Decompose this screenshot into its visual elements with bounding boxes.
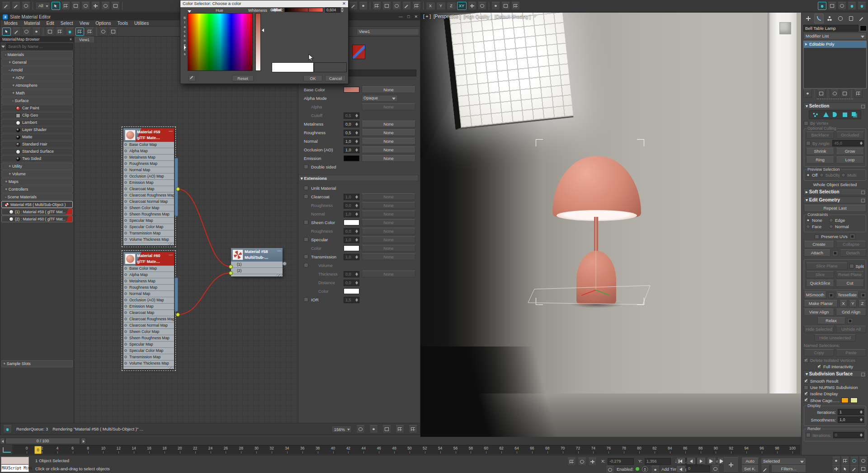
menu-item[interactable]: Material [24,21,40,26]
track-bar[interactable]: 0246810121416182022242628303234363840424… [14,445,800,454]
slot-socket[interactable] [124,150,127,152]
show-end-result-icon[interactable] [85,28,94,36]
material-id-channel-icon[interactable] [99,28,108,36]
constraint-normal-radio[interactable] [829,225,833,229]
map-input-slot[interactable]: Clearcoat Normal Map [123,199,174,205]
material-preview-swatch[interactable] [352,45,365,59]
make-planar-button[interactable]: Make Planar [804,300,838,307]
array-icon[interactable] [501,2,510,10]
viewport-label-token[interactable]: [Perspective ] [434,14,461,19]
value-spinner[interactable]: 0,5 [344,130,359,136]
mirror-icon[interactable] [349,2,358,10]
zoom-icon[interactable] [832,457,840,465]
scene-material-item[interactable]: (1) : Material #59 ( glTF Mat... [1,208,73,215]
map-input-slot[interactable]: Sheen Color Map [123,329,174,335]
backface-button[interactable]: Backface [806,131,834,139]
node-view-zoom-dropdown[interactable]: 156% [331,426,352,433]
node-view[interactable]: View1 Material #59 glTF Mate… [74,37,298,423]
map-button[interactable]: None [362,219,415,226]
axis-constraint-button[interactable]: XY [457,2,467,10]
slot-socket[interactable] [124,194,127,197]
frame-back-button[interactable] [676,465,685,473]
shield-icon[interactable] [606,466,614,473]
delete-node-icon[interactable] [46,28,54,36]
smooth-result-checkbox[interactable] [804,379,808,384]
slot-socket[interactable] [124,273,127,276]
browser-tree-item[interactable]: Lambert [1,119,73,126]
preview-off-radio[interactable] [806,173,810,177]
preserve-uvs-settings-button[interactable] [849,234,855,239]
rollout-selection[interactable]: Selection [803,103,867,109]
planar-x-button[interactable]: X [840,300,847,307]
slot-socket[interactable] [124,299,127,301]
reset-plane-button[interactable]: Reset Plane [836,271,864,278]
node-resize-footer[interactable] [231,274,283,276]
window-crossing-icon[interactable] [81,2,90,10]
axis-constraint-button[interactable]: Y [436,2,446,10]
perspective-viewport[interactable]: [ + ][Perspective ][High Quality ][Defau… [420,13,801,437]
material-wire[interactable] [178,273,231,314]
hsv-spinner[interactable] [340,7,344,13]
hsv-marker[interactable] [308,8,309,12]
planar-z-button[interactable]: Z [859,300,866,307]
show-cage-checkbox[interactable] [804,398,808,403]
render-queue-icon[interactable] [3,425,12,433]
value-spinner[interactable]: 1,0 [344,147,359,153]
vertex-mode-icon[interactable] [812,112,819,118]
select-by-material-icon[interactable] [109,28,118,36]
slot-socket[interactable] [124,225,127,228]
preview-subobj-radio[interactable] [820,173,824,177]
map-input-slot[interactable]: Metalness Map [123,155,174,161]
scene-material-item[interactable]: (2) : Material #60 ( glTF Mat... [1,215,73,222]
zoom-tool-icon[interactable] [369,425,378,433]
map-input-slot[interactable]: Roughness Map [123,285,174,291]
material-59-node[interactable]: Material #59 glTF Mate… Base Color Map [123,128,174,245]
slot-socket[interactable] [124,156,127,159]
map-input-slot[interactable]: Clearcoat Map [123,310,174,316]
map-button[interactable]: None [362,138,415,145]
browser-tree-item[interactable]: Two Sided [1,155,73,162]
by-angle-spinner[interactable]: 45,0 [832,140,864,146]
node60-output-socket[interactable] [176,313,180,317]
value-spinner[interactable]: 0,0 [344,271,359,277]
maxscript-mini-label[interactable]: MAXScript Mini [1,464,29,472]
map-input-slot[interactable]: Clearcoat Map [123,186,174,192]
delete-isolated-checkbox[interactable] [804,358,808,363]
curve-editor-icon[interactable] [402,2,411,10]
render-iterations-checkbox[interactable] [806,433,811,437]
render-iterations-spinner[interactable]: 0 [833,432,864,438]
value-spinner[interactable]: 0,0 [344,228,359,234]
close-icon[interactable] [414,14,418,19]
absolute-mode-icon[interactable] [588,458,597,466]
viewcube[interactable] [779,22,791,34]
menu-item[interactable]: Tools [118,21,128,26]
map-button[interactable]: None [362,245,415,252]
iterations-spinner[interactable]: 1 [838,409,864,415]
browser-tree-item[interactable]: + Atmosphere [1,82,73,89]
parameter-checkbox[interactable] [304,263,308,267]
dialog-close-icon[interactable] [342,1,346,7]
mini-curve-editor-icon[interactable] [0,445,13,454]
rollout-subdivision-surface[interactable]: Subdivision Surface [803,370,867,377]
map-button[interactable]: None [362,155,415,162]
browser-tree-item[interactable]: Layer Shader [1,126,73,133]
hsv-value-field[interactable]: 0,604 [325,7,340,13]
constraint-none-radio[interactable] [806,218,810,222]
node58-input2-socket[interactable] [229,271,233,275]
occluded-button[interactable]: Occluded [836,131,864,139]
assign-material-icon[interactable] [32,28,41,36]
view-align-button[interactable]: View Align [804,309,834,316]
zoom-region-icon[interactable] [382,425,391,433]
minimize-icon[interactable] [399,14,403,19]
browser-tree-item[interactable]: + General [1,59,73,66]
map-input-slot[interactable]: Transmission Map [123,230,174,237]
map-input-slot[interactable]: Sheen Roughness Map [123,211,174,218]
map-input-slot[interactable]: Specular Color Map [123,348,174,354]
layout-graph-icon[interactable] [56,28,64,36]
map-input-slot[interactable]: Emission Map [123,304,174,310]
slot-socket[interactable] [124,343,127,346]
tab-create[interactable] [803,14,813,23]
slot-socket[interactable] [124,337,127,339]
quickslice-button[interactable]: QuickSlice [806,280,834,287]
map-input-slot[interactable]: Base Color Map [123,142,174,148]
